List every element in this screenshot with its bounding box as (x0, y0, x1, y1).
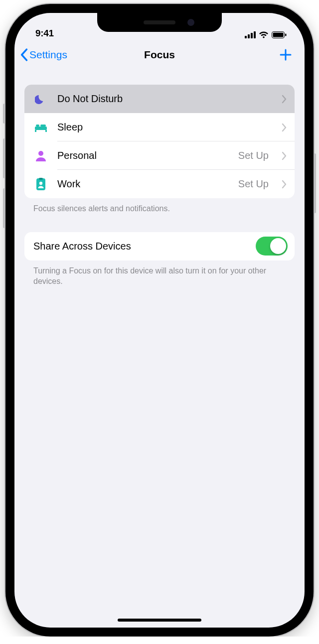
chevron-right-icon (282, 180, 287, 189)
focus-row-do-not-disturb[interactable]: Do Not Disturb (24, 85, 295, 113)
phone-frame: 9:41 (5, 4, 314, 637)
plus-icon (279, 48, 293, 62)
content-area: Do Not Disturb (14, 71, 305, 287)
focus-row-label: Do Not Disturb (57, 93, 273, 105)
bed-icon (33, 123, 48, 132)
focus-row-detail: Set Up (238, 178, 269, 190)
share-footer: Turning a Focus on for this device will … (24, 260, 295, 287)
volume-up-button (3, 138, 5, 178)
wifi-icon (259, 31, 269, 38)
focus-row-label: Work (57, 178, 229, 190)
power-button (314, 153, 316, 213)
focus-row-label: Sleep (57, 122, 273, 133)
share-toggle[interactable] (256, 237, 288, 256)
svg-rect-7 (35, 127, 47, 130)
focus-row-personal[interactable]: Personal Set Up (24, 141, 295, 170)
person-icon (33, 150, 48, 162)
svg-rect-0 (245, 36, 247, 38)
svg-point-15 (39, 181, 42, 184)
svg-rect-3 (254, 31, 256, 38)
share-group: Share Across Devices (24, 232, 295, 260)
cellular-icon (245, 31, 256, 38)
chevron-right-icon (282, 151, 287, 160)
badge-icon (33, 178, 48, 191)
svg-rect-10 (35, 130, 36, 132)
volume-down-button (3, 188, 5, 228)
toggle-knob (270, 238, 286, 254)
svg-rect-2 (251, 33, 253, 38)
back-label: Settings (29, 49, 67, 61)
svg-point-12 (38, 151, 43, 156)
status-time: 9:41 (35, 28, 54, 39)
focus-row-label: Personal (57, 150, 229, 161)
chevron-right-icon (282, 123, 287, 132)
share-across-devices-row[interactable]: Share Across Devices (24, 232, 295, 260)
focus-row-detail: Set Up (238, 150, 269, 161)
focus-row-sleep[interactable]: Sleep (24, 113, 295, 141)
chevron-left-icon (19, 48, 28, 61)
add-button[interactable] (276, 45, 296, 65)
svg-rect-8 (36, 125, 39, 127)
home-indicator[interactable] (118, 619, 201, 622)
svg-rect-11 (45, 130, 47, 132)
svg-rect-14 (39, 178, 43, 180)
battery-icon (272, 31, 287, 38)
status-icons (245, 31, 287, 39)
focus-list-group: Do Not Disturb (24, 85, 295, 198)
svg-rect-6 (285, 34, 287, 36)
chevron-right-icon (282, 95, 287, 104)
svg-rect-1 (248, 34, 250, 38)
moon-icon (33, 93, 48, 105)
back-button[interactable]: Settings (19, 48, 67, 61)
focus-row-work[interactable]: Work Set Up (24, 170, 295, 198)
speaker-grille (144, 20, 175, 24)
navigation-bar: Settings Focus (14, 39, 305, 71)
svg-rect-5 (273, 33, 284, 37)
share-row-label: Share Across Devices (33, 241, 247, 252)
mute-switch (3, 104, 5, 124)
phone-screen: 9:41 (14, 13, 305, 628)
svg-rect-9 (40, 125, 46, 127)
front-camera (187, 19, 194, 26)
notch (97, 13, 222, 32)
focus-list-footer: Focus silences alerts and notifications. (24, 198, 295, 214)
